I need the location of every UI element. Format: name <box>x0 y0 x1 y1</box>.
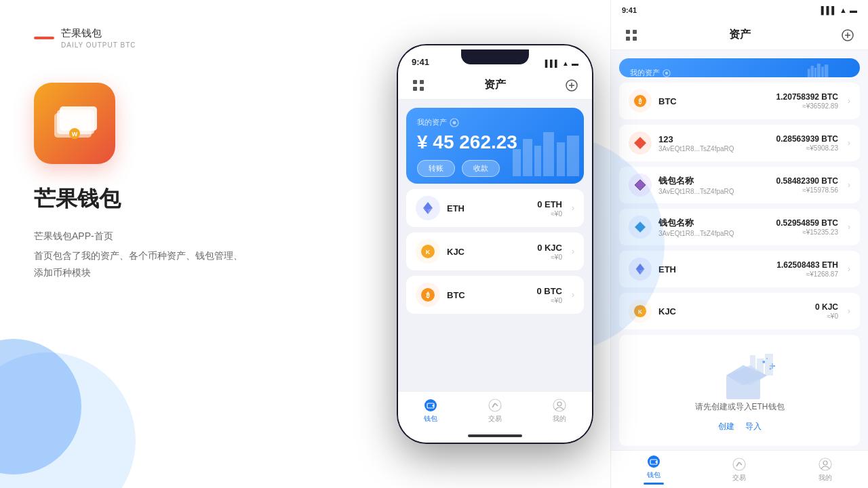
right-status-icons: ▌▌▌ ▲ ▬ <box>821 6 857 14</box>
phone-bottom-bar <box>398 429 592 443</box>
red-accent-line <box>34 37 54 39</box>
phone-inner: 9:41 ▌▌▌ ▲ ▬ 资产 <box>398 45 592 443</box>
right-nav-grid-icon[interactable] <box>622 26 641 45</box>
r-battery-icon: ▬ <box>850 6 857 14</box>
svg-rect-13 <box>523 139 532 176</box>
r-mine-tab-icon <box>818 457 833 472</box>
phone-tab-mine[interactable]: 我的 <box>528 392 592 429</box>
svg-point-29 <box>432 405 434 407</box>
svg-rect-6 <box>420 80 424 84</box>
wifi-icon: ▲ <box>562 60 569 67</box>
phone-tab-trade[interactable]: 交易 <box>462 392 527 429</box>
svg-rect-14 <box>534 146 541 176</box>
logo-text-group: 芒果钱包 DAILY OUTPUT BTC <box>61 27 136 49</box>
right-nav-title: 资产 <box>729 28 751 42</box>
right-coin-btc[interactable]: ₿ BTC 1.20758392 BTC ≈¥36592.89 › <box>619 83 860 119</box>
svg-marker-52 <box>634 137 646 149</box>
svg-point-72 <box>648 455 660 468</box>
svg-line-77 <box>739 462 742 465</box>
svg-rect-15 <box>543 132 554 176</box>
svg-rect-71 <box>765 354 773 375</box>
r-kjc-chevron: › <box>848 306 850 316</box>
app-name-small: 芒果钱包 <box>61 27 136 40</box>
right-coin-123[interactable]: 123 3AvEQt1R8...TsZ4fpaRQ 0.28563939 BTC… <box>619 125 860 161</box>
phone-bottom-tabs: 钱包 交易 我的 <box>398 391 592 429</box>
svg-point-74 <box>656 461 658 463</box>
svg-rect-12 <box>513 149 521 176</box>
right-empty-links: 创建 导入 <box>718 421 762 432</box>
svg-rect-7 <box>413 87 417 91</box>
logo-bar: 芒果钱包 DAILY OUTPUT BTC <box>34 27 346 49</box>
svg-text:W: W <box>72 131 78 138</box>
svg-rect-36 <box>633 30 637 34</box>
app-desc-line1: 芒果钱包APP-首页 <box>34 228 251 245</box>
svg-rect-69 <box>750 355 755 375</box>
center-panel: 9:41 ▌▌▌ ▲ ▬ 资产 <box>380 0 610 488</box>
svg-rect-2 <box>60 106 97 131</box>
phone-asset-label: 我的资产 <box>417 117 573 127</box>
r-btc-info: BTC <box>658 96 770 106</box>
svg-rect-5 <box>413 80 417 84</box>
svg-point-34 <box>557 402 561 406</box>
phone-status-icons: ▌▌▌ ▲ ▬ <box>545 60 578 67</box>
right-nav: 资产 <box>611 20 868 50</box>
r-123-info: 123 3AvEQt1R8...TsZ4fpaRQ <box>658 134 770 152</box>
phone-coin-btc[interactable]: ₿ BTC 0 BTC ≈¥0 › <box>406 276 584 314</box>
r-btc-icon: ₿ <box>629 89 652 113</box>
svg-line-32 <box>495 403 498 406</box>
phone-content: 我的资产 ¥ 45 262.23 转账 收款 ETH <box>398 100 592 391</box>
svg-point-79 <box>823 461 827 465</box>
svg-rect-35 <box>626 30 630 34</box>
right-eye-icon <box>663 69 671 77</box>
phone-eth-info: ETH <box>447 203 530 214</box>
right-import-link[interactable]: 导入 <box>745 421 762 432</box>
r-trade-tab-icon <box>732 457 747 472</box>
svg-text:K: K <box>426 249 431 256</box>
right-tab-wallet-indicator <box>644 483 664 485</box>
phone-coin-kjc[interactable]: K KJC 0 KJC ≈¥0 › <box>406 232 584 270</box>
right-asset-label: 我的资产 <box>630 68 849 77</box>
r-wifi-icon: ▲ <box>840 6 847 14</box>
svg-rect-38 <box>633 37 637 41</box>
phone-nav-title: 资产 <box>484 78 506 92</box>
right-tab-trade[interactable]: 交易 <box>696 451 782 488</box>
right-tab-wallet[interactable]: 钱包 <box>611 451 696 488</box>
svg-point-19 <box>453 121 456 124</box>
phone-kjc-info: KJC <box>447 247 530 257</box>
signal-icon: ▌▌▌ <box>545 60 559 67</box>
phone-kjc-amount: 0 KJC ≈¥0 <box>537 243 562 261</box>
wallet-icon-svg: W <box>47 96 102 150</box>
r-wallet-tab-icon <box>646 454 661 469</box>
right-tab-mine[interactable]: 我的 <box>783 451 868 488</box>
right-status-bar: 9:41 ▌▌▌ ▲ ▬ <box>611 0 868 20</box>
app-title-large: 芒果钱包 <box>34 184 346 214</box>
right-create-link[interactable]: 创建 <box>718 421 734 432</box>
phone-tab-wallet[interactable]: 钱包 <box>398 392 462 429</box>
phone-receive-btn[interactable]: 收款 <box>462 160 500 177</box>
phone-asset-card: 我的资产 ¥ 45 262.23 转账 收款 <box>406 108 584 184</box>
right-nav-add-icon[interactable] <box>838 26 857 45</box>
right-coin-kjc[interactable]: K KJC 0 KJC ≈¥0 › <box>619 293 860 329</box>
phone-btc-info: BTC <box>447 290 530 300</box>
phone-notch <box>461 49 529 64</box>
phone-nav-add-icon[interactable] <box>562 76 581 95</box>
phone-btc-amount: 0 BTC ≈¥0 <box>536 286 562 304</box>
phone-transfer-btn[interactable]: 转账 <box>417 160 455 177</box>
right-empty-text: 请先创建或导入ETH钱包 <box>695 401 785 413</box>
r-wallet2-info: 钱包名称 3AvEQt1R8...TsZ4fpaRQ <box>658 217 770 237</box>
right-coin-wallet1[interactable]: 钱包名称 3AvEQt1R8...TsZ4fpaRQ 0.58482390 BT… <box>619 167 860 203</box>
r-123-chevron: › <box>848 138 850 148</box>
subtitle-small: DAILY OUTPUT BTC <box>61 41 136 49</box>
phone-coin-eth[interactable]: ETH 0 ETH ≈¥0 › <box>406 189 584 227</box>
svg-rect-16 <box>557 142 565 176</box>
svg-rect-17 <box>567 136 579 176</box>
r-eth-info: ETH <box>658 264 770 274</box>
kjc-icon: K <box>416 239 440 264</box>
phone-outer: 9:41 ▌▌▌ ▲ ▬ 资产 <box>397 44 593 444</box>
phone-eth-amount: 0 ETH ≈¥0 <box>537 199 562 218</box>
app-icon-large: W <box>34 83 115 164</box>
phone-nav-grid-icon[interactable] <box>409 76 428 95</box>
svg-rect-70 <box>757 359 764 375</box>
right-asset-card: 我的资产 ¥ 45 262.23 转账 收款 <box>619 58 860 77</box>
r-btc-amount: 1.20758392 BTC ≈¥36592.89 <box>776 92 838 110</box>
